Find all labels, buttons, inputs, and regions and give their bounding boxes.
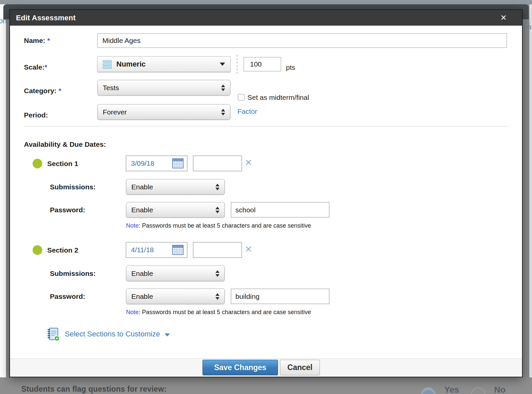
calendar-icon[interactable] [172,245,184,255]
period-select[interactable]: Forever [97,104,230,120]
password-input[interactable] [231,289,330,304]
no-radio-label: No [494,385,506,394]
start-date-field[interactable]: 3/09/18 [126,155,188,171]
password-mode-select[interactable]: Enable [126,202,225,218]
password-mode-select[interactable]: Enable [126,289,225,304]
start-date-value: 3/09/18 [131,159,154,167]
password-input[interactable] [231,202,330,218]
select-arrows-icon [215,270,219,277]
select-sections-link[interactable]: Select Sections to Customize [46,327,170,341]
save-changes-button[interactable]: Save Changes [202,360,278,375]
password-note: Note: Passwords must be at least 5 chara… [126,222,311,229]
factor-link[interactable]: Factor [237,107,257,115]
select-arrows-icon [221,109,225,115]
scale-label-text: Scale: [24,63,45,71]
page-partial-text-left: on [0,17,7,25]
submissions-label: Submissions: [50,270,96,278]
scale-value: Numeric [116,60,146,69]
password-label: Password: [50,206,85,214]
page-left-edge [0,4,6,377]
scale-dropdown[interactable]: Numeric [97,56,231,72]
midterm-checkbox-label: Set as midterm/final [247,94,309,101]
caret-down-icon [220,63,225,66]
midterm-checkbox[interactable] [238,94,245,101]
password-mode-value: Enable [131,206,153,214]
section-name: Section 2 [47,246,78,254]
dashed-separator [237,55,237,74]
name-input[interactable] [97,33,507,48]
note-text: : Passwords must be at least 5 character… [139,222,311,229]
name-label-text: Name: [24,37,45,44]
password-note: Note: Passwords must be at least 5 chara… [126,309,311,316]
category-label-text: Category: [24,87,57,95]
flag-questions-text: Students can flag questions for review: [21,385,167,394]
required-asterisk: * [47,37,50,44]
category-label: Category: * [24,87,61,95]
due-date-input[interactable] [193,242,242,258]
select-sections-label: Select Sections to Customize [65,330,160,338]
calendar-icon[interactable] [172,158,184,168]
submissions-select[interactable]: Enable [126,266,225,281]
overlay-left-band [6,4,9,377]
modal-header: Edit Assessment ✕ [10,10,522,26]
close-icon[interactable]: ✕ [500,14,507,22]
edit-assessment-modal: Edit Assessment ✕ Name: * Scale:* Numeri… [9,9,523,377]
due-date-input[interactable] [193,155,242,171]
name-label: Name: * [24,37,50,45]
page-right-edge [529,4,532,377]
points-input[interactable] [243,57,281,72]
submissions-value: Enable [131,183,153,191]
select-arrows-icon [215,293,219,300]
required-asterisk: * [59,87,61,95]
scale-label: Scale:* [24,63,47,71]
select-arrows-icon [221,85,225,91]
note-prefix: Note [126,309,139,315]
modal-title: Edit Assessment [16,14,75,22]
select-arrows-icon [215,184,219,190]
notebook-add-icon [46,327,60,341]
period-value: Forever [103,108,127,116]
start-date-field[interactable]: 4/11/18 [126,242,188,258]
section-name: Section 1 [47,160,78,168]
required-asterisk: * [45,63,47,71]
password-mode-value: Enable [131,293,153,300]
section-divider [24,126,509,126]
remove-date-icon[interactable]: ✕ [245,245,252,254]
category-value: Tests [103,84,119,92]
caret-down-icon [165,333,170,336]
no-radio[interactable] [471,387,485,394]
section-status-dot [33,159,42,168]
numeric-scale-icon [103,60,112,69]
submissions-value: Enable [131,270,153,278]
modal-footer: Save Changes Cancel [10,358,522,377]
page-partial-text-right: nal [523,23,532,31]
period-label: Period: [24,111,48,119]
password-label: Password: [50,293,85,300]
section-status-dot [33,245,42,255]
overlay-right-band [523,4,529,377]
note-text: : Passwords must be at least 5 character… [139,309,311,315]
window-top-strip [0,0,532,4]
yes-radio[interactable] [421,387,436,394]
availability-heading: Availability & Due Dates: [24,140,106,148]
yes-radio-label: Yes [444,385,459,394]
remove-date-icon[interactable]: ✕ [245,158,252,167]
start-date-value: 4/11/18 [131,246,154,254]
cancel-button[interactable]: Cancel [280,360,320,375]
note-prefix: Note [126,222,139,229]
pts-label: pts [286,64,295,72]
select-arrows-icon [215,207,219,213]
submissions-select[interactable]: Enable [126,179,225,195]
category-select[interactable]: Tests [97,80,230,96]
submissions-label: Submissions: [50,183,96,191]
